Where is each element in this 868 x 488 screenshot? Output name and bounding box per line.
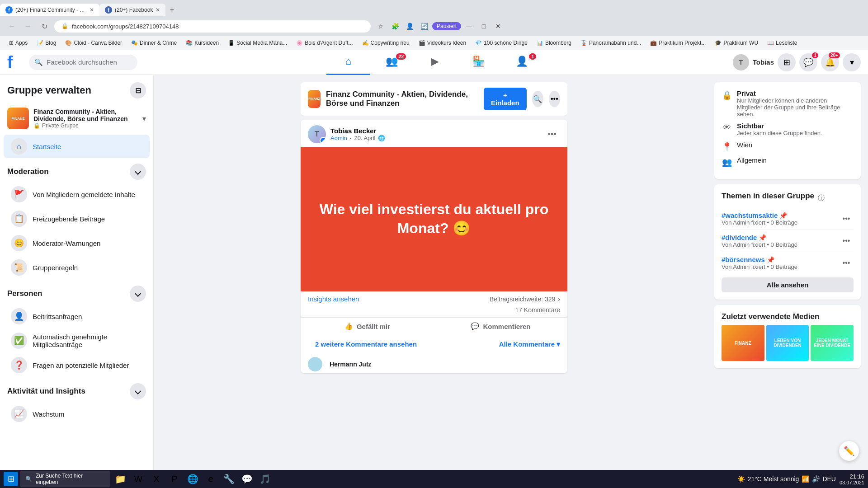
sidebar-item-freigebende[interactable]: 📋 Freizugebende Beiträge (4, 207, 150, 230)
comment-button[interactable]: 💬 Kommentieren (434, 318, 567, 335)
topic-name-1[interactable]: #wachstumsaktie 📌 (722, 211, 797, 219)
edit-floating-button[interactable]: ✏️ (839, 441, 859, 461)
see-all-topics-button[interactable]: Alle ansehen (722, 277, 854, 292)
bookmark-bloomberg[interactable]: 📊Bloomberg (533, 39, 575, 47)
account-menu-button[interactable]: ▾ (843, 53, 861, 71)
messenger-button[interactable]: 💬 1 (799, 53, 817, 71)
media-thumb-3[interactable]: JEDEN MONAT EINE DIVIDENDE (811, 325, 854, 361)
topic-name-3[interactable]: #börsennews 📌 (722, 256, 797, 263)
topics-info-icon[interactable]: ⓘ (818, 194, 825, 202)
media-thumb-1[interactable]: FINANZ (722, 325, 764, 361)
moderation-section-header[interactable]: Moderation (7, 164, 146, 180)
taskbar-clock[interactable]: 21:16 03.07.2021 (840, 473, 864, 485)
bookmark-copywriting[interactable]: ✍️Copywriting neu (359, 39, 413, 47)
bookmark-videokurs[interactable]: 🎬Videokurs Ideen (415, 39, 470, 47)
like-button[interactable]: 👍 Gefällt mir (301, 318, 434, 335)
extensions-button[interactable]: 🧩 (389, 20, 401, 33)
bookmark-dinner[interactable]: 🎭Dinner & Crime (127, 39, 180, 47)
aktivitaet-section-header[interactable]: Aktivität und Insights (7, 383, 146, 399)
bookmark-social[interactable]: 📱Social Media Mana... (224, 39, 291, 47)
sync-button[interactable]: 🔄 (418, 20, 430, 33)
url-bar[interactable]: 🔒 facebook.com/groups/214827109704148 (54, 20, 371, 33)
nav-marketplace[interactable]: 🏪 (457, 50, 500, 75)
bookmark-kursideen[interactable]: 📚Kursideen (182, 39, 222, 47)
bookmark-praktikum1[interactable]: 💼Praktikum Projekt... (646, 39, 709, 47)
maximize-button[interactable]: □ (477, 20, 490, 33)
taskbar-volume-icon[interactable]: 🔊 (812, 475, 820, 483)
sidebar-item-gruppenregeln[interactable]: 📜 Gruppenregeln (4, 256, 150, 279)
sidebar-item-automatisch[interactable]: ✅ Automatisch genehmigte Mitgliedsanträg… (4, 329, 150, 352)
facebook-logo[interactable]: f (7, 53, 25, 72)
bookmark-bois[interactable]: 🌸Bois d'Argent Duft... (292, 39, 356, 47)
taskbar-word[interactable]: W (130, 471, 146, 487)
profile-switcher[interactable]: 👤 (403, 20, 416, 33)
taskbar-app7[interactable]: 💬 (239, 471, 255, 487)
bookmark-100dinge[interactable]: 💎100 schöne Dinge (472, 39, 531, 47)
grid-icon-button[interactable]: ⊞ (778, 53, 796, 71)
bookmark-star-button[interactable]: ☆ (374, 20, 387, 33)
tab-close-1[interactable]: ✕ (90, 7, 94, 13)
invite-button[interactable]: + Einladen (484, 88, 527, 110)
taskbar-powerpoint[interactable]: P (166, 471, 183, 487)
insights-link[interactable]: Insights ansehen (308, 295, 359, 303)
bookmark-panorama[interactable]: 🚡Panoramabahn und... (577, 39, 645, 47)
tab-2[interactable]: f (20+) Facebook ✕ (99, 4, 165, 16)
close-window-button[interactable]: ✕ (492, 20, 505, 33)
new-tab-button[interactable]: + (165, 4, 178, 16)
nav-video[interactable]: ▶ (413, 50, 457, 75)
nav-home[interactable]: ⌂ (326, 50, 370, 75)
aktivitaet-toggle[interactable] (130, 383, 146, 399)
bookmark-canva[interactable]: 🎨Cloid - Canva Bilder (61, 39, 126, 47)
user-profile[interactable]: T Tobias (733, 54, 774, 70)
personen-section-header[interactable]: Personen (7, 286, 146, 302)
all-comments-link[interactable]: Alle Kommentare ▾ (499, 340, 560, 348)
bookmark-praktikum2[interactable]: 🎓Praktikum WU (711, 39, 762, 47)
topic-name-2[interactable]: #dividende 📌 (722, 234, 797, 241)
header-more-button[interactable]: ••• (549, 91, 560, 107)
bookmark-leseliste[interactable]: 📖Leseliste (764, 39, 801, 47)
post-comments-count: 17 Kommentare (301, 306, 567, 317)
post-reach[interactable]: Beitragsreichweite: 329 › (490, 296, 560, 303)
back-button[interactable]: ← (5, 20, 18, 33)
group-info-card[interactable]: FINANZ Finanz Community - Aktien, Divide… (0, 104, 153, 135)
nav-friends[interactable]: 👥 22 (370, 50, 413, 75)
topic-more-button-1[interactable]: ••• (839, 211, 854, 226)
taskbar-spotify[interactable]: 🎵 (257, 471, 273, 487)
header-search-button[interactable]: 🔍 (532, 91, 543, 107)
profile-badge[interactable]: Pausiert (432, 22, 461, 30)
bookmark-blog[interactable]: 📝Blog (33, 39, 60, 47)
moderation-toggle[interactable] (130, 164, 146, 180)
comment-icon: 💬 (471, 322, 479, 330)
minimize-button[interactable]: — (463, 20, 476, 33)
taskbar-explorer[interactable]: 📁 (112, 471, 128, 487)
personen-toggle[interactable] (130, 286, 146, 302)
topic-more-button-3[interactable]: ••• (839, 256, 854, 270)
nav-groups[interactable]: 👤 1 (500, 50, 543, 75)
bookmark-apps[interactable]: ⊞Apps (5, 39, 31, 47)
reload-button[interactable]: ↻ (38, 20, 51, 33)
sidebar-item-warnungen[interactable]: 😊 Moderator-Warnungen (4, 231, 150, 255)
tab-close-2[interactable]: ✕ (156, 7, 160, 13)
forward-button[interactable]: → (22, 20, 34, 33)
tab-active[interactable]: f (20+) Finanz Community - Aktie... ✕ (0, 4, 99, 16)
sidebar-item-beitrittsanfragen[interactable]: 👤 Beitrittsanfragen (4, 305, 150, 328)
taskbar-chrome[interactable]: 🌐 (184, 471, 201, 487)
topic-more-button-2[interactable]: ••• (839, 234, 854, 248)
sidebar-item-gemeldete[interactable]: 🚩 Von Mitgliedern gemeldete Inhalte (4, 183, 150, 206)
search-input[interactable] (47, 58, 132, 66)
sidebar-item-startseite[interactable]: ⌂ Startseite (4, 135, 150, 158)
post-more-button[interactable]: ••• (544, 126, 560, 142)
media-thumb-2[interactable]: LEBEN VON DIVIDENDEN (766, 325, 809, 361)
taskbar-wifi-icon[interactable]: 📶 (802, 475, 809, 483)
sidebar-item-wachstum[interactable]: 📈 Wachstum (4, 402, 150, 426)
notification-button[interactable]: 🔔 20+ (821, 53, 839, 71)
start-button[interactable]: ⊞ (4, 472, 18, 486)
sidebar-item-fragen[interactable]: ❓ Fragen an potenzielle Mitglieder (4, 353, 150, 377)
manage-icon-button[interactable]: ⊟ (130, 82, 146, 99)
taskbar-search[interactable]: 🔍 Zur Suche Text hier eingeben (20, 471, 110, 487)
facebook-search[interactable]: 🔍 (29, 55, 137, 70)
taskbar-app6[interactable]: 🔧 (221, 471, 237, 487)
taskbar-excel[interactable]: X (148, 471, 165, 487)
more-comments-link[interactable]: 2 weitere Kommentare ansehen (308, 337, 424, 352)
taskbar-edge[interactable]: e (203, 471, 219, 487)
